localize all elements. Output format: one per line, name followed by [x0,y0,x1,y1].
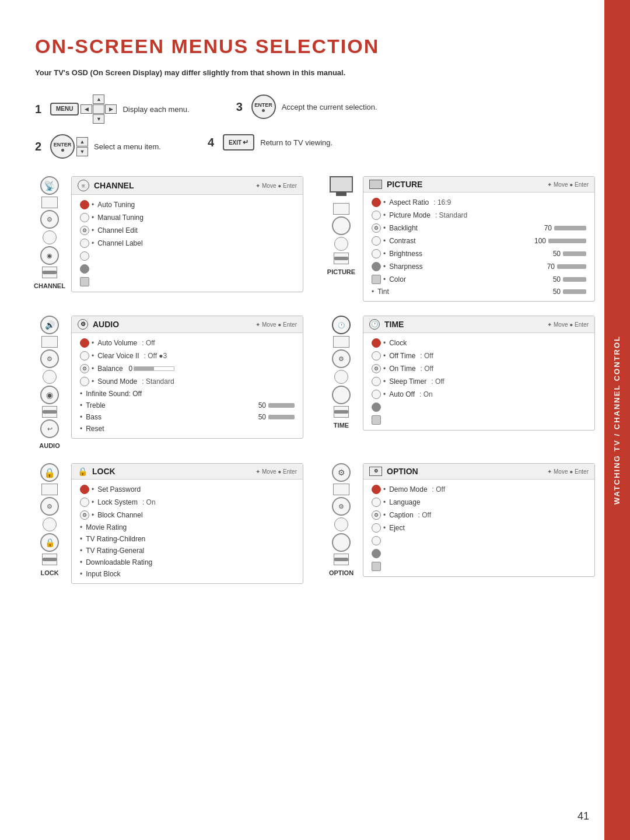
audio-osd-body: • Auto Volume : Off • Clear Voice II : O… [72,333,303,438]
audio-menu-icon-group: 🔊 ⚙ ◉ ↩ AUDIO [35,316,64,449]
sharpness-bar [557,264,586,269]
enter-button-step2[interactable]: ENTER [50,134,75,159]
option-row-icon-7 [372,562,381,571]
channel-row-icon-2 [80,213,89,222]
picture-row-icon-7 [372,275,381,284]
channel-osd-header: ≡ CHANNEL ✦ Move ● Enter [72,177,303,195]
osd-row-audio-6: • Treble 50 [72,400,303,411]
channel-label: CHANNEL [34,282,65,289]
arrow-up-2[interactable]: ▲ [76,137,88,146]
osd-row-lock-6: • TV Rating-General [72,545,303,556]
osd-row-picture-7: • Color 50 [363,273,594,286]
contrast-bar [548,239,586,243]
osd-row-time-4: • Sleep Timer : Off [363,375,594,388]
osd-row-lock-7: • Downloadable Rating [72,556,303,568]
option-osd-panel: ⚙ OPTION ✦ Move ● Enter • Demo Mode : Of… [363,463,595,577]
picture-icon-3 [332,216,351,235]
picture-label: PICTURE [327,268,355,275]
option-osd-header: ⚙ OPTION ✦ Move ● Enter [363,464,594,480]
osd-row-picture-2: • Picture Mode : Standard [363,209,594,222]
osd-row-audio-2: • Clear Voice II : Off ●3 [72,349,303,362]
arrow-up[interactable]: ▲ [93,94,104,104]
osd-row-lock-1: • Set Password [72,483,303,496]
option-row-icon-1 [372,485,381,494]
picture-icon-5 [334,253,349,264]
arrow-right[interactable]: ▶ [105,104,117,114]
lock-row-icon-1 [80,485,89,494]
channel-icon-4 [43,230,57,244]
osd-row-lock-3: ⚙ • Block Channel [72,509,303,522]
time-row-icon-7 [372,415,381,425]
osd-row-channel-2: • Manual Tuning [72,211,303,224]
step-2: 2 ENTER ▲ ▼ Select a menu item. [35,134,161,159]
lock-icon-5: 🔒 [40,533,59,552]
lock-osd-header: 🔒 LOCK ✦ Move ● Enter [72,464,303,480]
osd-row-channel-3: ⚙ • Channel Edit [72,224,303,237]
osd-row-lock-5: • TV Rating-Children [72,533,303,545]
osd-row-lock-8: • Input Block [72,568,303,580]
audio-icon-5: ◉ [40,386,59,404]
step-1: 1 MENU ▲ ◀ ▶ ▼ Display each menu. [35,94,190,124]
osd-row-picture-1: • Aspect Ratio : 16:9 [363,196,594,209]
audio-menu-section: 🔊 ⚙ ◉ ↩ AUDIO ⚙ AUDIO ✦ Move ● Enter [35,316,303,449]
channel-row-icon-7 [80,277,89,286]
lock-osd-panel: 🔒 LOCK ✦ Move ● Enter • Set Password • L… [71,463,303,584]
osd-row-channel-4: • Channel Label [72,237,303,250]
time-menu-section: 🕐 ⚙ TIME 🕐 TIME ✦ Move ● Enter [327,316,595,449]
osd-row-audio-7: • Bass 50 [72,411,303,423]
lock-icon-6 [42,554,57,565]
time-osd-title: 🕐 TIME [369,319,404,330]
enter-button-step3[interactable]: ENTER [251,94,276,119]
steps-row-2: 2 ENTER ▲ ▼ Select a menu item. 4 EXIT↵ … [35,134,595,159]
time-icon-1: 🕐 [332,316,351,334]
picture-osd-body: • Aspect Ratio : 16:9 • Picture Mode : S… [363,192,594,301]
picture-nav-hint: ✦ Move ● Enter [547,181,589,188]
channel-icon-1: 📡 [40,176,59,195]
channel-osd-body: • Auto Tuning • Manual Tuning ⚙ • Channe… [72,195,303,292]
lock-osd-title: 🔒 LOCK [78,467,116,476]
picture-icon-4 [334,237,348,251]
arrow-down-2[interactable]: ▼ [76,147,88,156]
lock-row-icon-2 [80,498,89,507]
time-icon-2 [333,336,349,348]
exit-button[interactable]: EXIT↵ [223,134,254,150]
arrow-cluster-1: ▲ ◀ ▶ ▼ [80,94,117,124]
option-row-icon-5 [372,536,381,545]
osd-row-channel-5 [72,250,303,262]
time-nav-hint: ✦ Move ● Enter [547,321,589,328]
time-icon-4 [334,370,348,384]
osd-row-time-3: ⚙ • On Time : Off [363,362,594,375]
picture-row-icon-3: ⚙ [372,223,381,233]
step-4: 4 EXIT↵ Return to TV viewing. [208,134,332,150]
osd-row-audio-3: ⚙ • Balance 0 [72,362,303,375]
time-osd-body: • Clock • Off Time : Off ⚙ • On Time : O… [363,333,594,430]
arrow-down[interactable]: ▼ [93,114,104,124]
tint-bar [563,289,586,294]
osd-row-time-1: • Clock [363,337,594,349]
treble-bar [268,403,295,408]
picture-row-icon-4 [372,236,381,246]
channel-nav-hint: ✦ Move ● Enter [256,183,297,189]
audio-icon-4 [43,370,57,384]
channel-row-icon-1 [80,200,89,209]
osd-row-option-4: • Eject [363,522,594,534]
lock-icon-4 [43,517,57,531]
audio-osd-header: ⚙ AUDIO ✦ Move ● Enter [72,316,303,333]
arrow-left[interactable]: ◀ [80,104,92,114]
lock-header-icon: 🔒 [78,467,88,476]
step-1-desc: Display each menu. [123,105,189,114]
osd-row-picture-8: • Tint 50 [363,286,594,298]
step-4-number: 4 [208,136,217,149]
option-icon-5 [332,533,351,552]
steps-row-1: 1 MENU ▲ ◀ ▶ ▼ Display each menu. 3 EN [35,94,595,124]
lock-icon-3: ⚙ [40,497,59,516]
audio-nav-hint: ✦ Move ● Enter [256,321,297,328]
osd-row-option-6 [363,547,594,560]
picture-osd-panel: PICTURE ✦ Move ● Enter • Aspect Ratio : … [363,176,595,302]
audio-icon-3: ⚙ [40,349,59,368]
time-row-icon-4 [372,377,381,386]
channel-menu-section: 📡 ⚙ ◉ CHANNEL ≡ CHANNEL ✦ Move ● Enter [35,176,303,302]
menu-button[interactable]: MENU [50,103,79,116]
time-icon-3: ⚙ [332,349,351,368]
audio-icon-7: ↩ [40,419,59,438]
